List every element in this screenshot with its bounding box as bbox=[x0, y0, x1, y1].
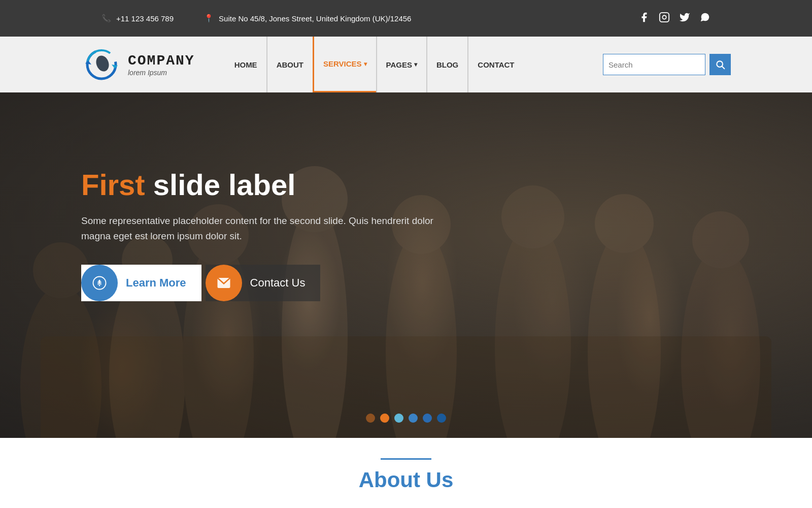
svg-point-19 bbox=[495, 222, 571, 438]
search-area bbox=[603, 54, 731, 75]
dot-2[interactable] bbox=[380, 414, 389, 423]
learn-more-label: Learn More bbox=[126, 276, 186, 290]
hero-title-highlight: First bbox=[81, 168, 145, 201]
phone-number: +11 123 456 789 bbox=[116, 14, 174, 23]
svg-point-4 bbox=[94, 54, 111, 73]
search-button[interactable] bbox=[709, 54, 731, 75]
about-title: About Us bbox=[359, 468, 454, 492]
nav-blog[interactable]: BLOG bbox=[426, 37, 467, 92]
topbar-phone: 📞 +11 123 456 789 bbox=[101, 14, 174, 23]
logo-icon bbox=[81, 44, 122, 85]
hero-title-rest: slide label bbox=[145, 168, 296, 201]
hero-section: First slide label Some representative pl… bbox=[0, 92, 812, 438]
contact-us-icon bbox=[206, 265, 242, 301]
contact-us-label: Contact Us bbox=[250, 276, 306, 290]
svg-point-20 bbox=[501, 185, 564, 248]
nav-home[interactable]: HOME bbox=[225, 37, 266, 92]
main-nav: HOME ABOUT SERVICES ▾ PAGES ▾ BLOG CONTA… bbox=[225, 37, 603, 92]
svg-point-23 bbox=[681, 247, 760, 438]
pages-chevron: ▾ bbox=[414, 61, 417, 68]
topbar: 📞 +11 123 456 789 📍 Suite No 45/8, Jones… bbox=[0, 0, 812, 37]
services-chevron: ▾ bbox=[364, 60, 367, 68]
svg-point-21 bbox=[588, 230, 661, 438]
social-links bbox=[638, 12, 710, 25]
dot-6[interactable] bbox=[437, 414, 446, 423]
svg-point-10 bbox=[33, 242, 89, 298]
instagram-icon[interactable] bbox=[659, 12, 670, 25]
dot-3[interactable] bbox=[394, 414, 403, 423]
topbar-address: 📍 Suite No 45/8, Jones Street, United Ki… bbox=[204, 14, 411, 23]
logo-tagline: lorem Ipsum bbox=[128, 69, 195, 77]
svg-point-22 bbox=[595, 194, 654, 253]
dot-5[interactable] bbox=[423, 414, 432, 423]
hero-title: First slide label bbox=[81, 169, 436, 201]
nav-pages[interactable]: PAGES ▾ bbox=[376, 37, 426, 92]
hero-content: First slide label Some representative pl… bbox=[81, 169, 436, 301]
nav-contact[interactable]: CONTACT bbox=[467, 37, 523, 92]
learn-more-button[interactable]: Learn More bbox=[81, 265, 201, 301]
nav-services[interactable]: SERVICES ▾ bbox=[313, 37, 376, 92]
search-input[interactable] bbox=[608, 60, 700, 69]
about-section-peek: About Us bbox=[0, 438, 812, 497]
nav-about[interactable]: ABOUT bbox=[266, 37, 313, 92]
hero-description: Some representative placeholder content … bbox=[81, 213, 436, 244]
facebook-icon[interactable] bbox=[638, 12, 650, 25]
dot-4[interactable] bbox=[409, 414, 418, 423]
dot-1[interactable] bbox=[366, 414, 375, 423]
twitter-icon[interactable] bbox=[679, 12, 690, 25]
hero-buttons: Learn More Contact Us bbox=[81, 265, 436, 301]
logo-area: COMPANY lorem Ipsum bbox=[81, 44, 195, 85]
search-box bbox=[603, 54, 705, 75]
topbar-left: 📞 +11 123 456 789 📍 Suite No 45/8, Jones… bbox=[101, 14, 411, 23]
phone-icon: 📞 bbox=[101, 14, 111, 23]
logo-text-block: COMPANY lorem Ipsum bbox=[128, 53, 195, 77]
svg-point-9 bbox=[20, 285, 101, 438]
whatsapp-icon[interactable] bbox=[699, 12, 710, 25]
address-text: Suite No 45/8, Jones Street, United King… bbox=[219, 14, 411, 23]
header: COMPANY lorem Ipsum HOME ABOUT SERVICES … bbox=[0, 37, 812, 92]
logo-company-name: COMPANY bbox=[128, 53, 195, 69]
location-icon: 📍 bbox=[204, 14, 214, 23]
svg-line-8 bbox=[722, 67, 725, 69]
svg-rect-0 bbox=[660, 12, 669, 21]
learn-more-icon bbox=[81, 265, 118, 301]
svg-point-24 bbox=[692, 211, 749, 268]
slider-dots bbox=[366, 414, 446, 423]
about-line bbox=[381, 458, 431, 460]
contact-us-button[interactable]: Contact Us bbox=[206, 265, 321, 301]
